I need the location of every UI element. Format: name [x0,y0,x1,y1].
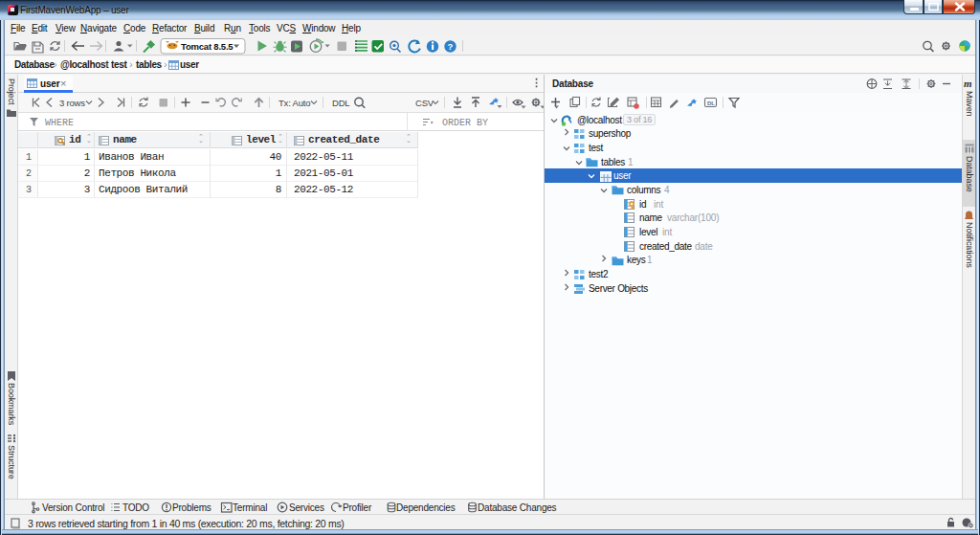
svg-text:DDL: DDL [332,98,349,108]
svg-text:CSV: CSV [415,98,434,108]
svg-text:m: m [964,78,972,89]
svg-text:Tomcat 8.5.5: Tomcat 8.5.5 [181,41,234,52]
svg-text:Tx: Auto: Tx: Auto [278,98,310,108]
svg-text:?: ? [448,41,454,52]
svg-text:DL: DL [707,100,715,106]
svg-text:3 rows: 3 rows [59,98,85,108]
